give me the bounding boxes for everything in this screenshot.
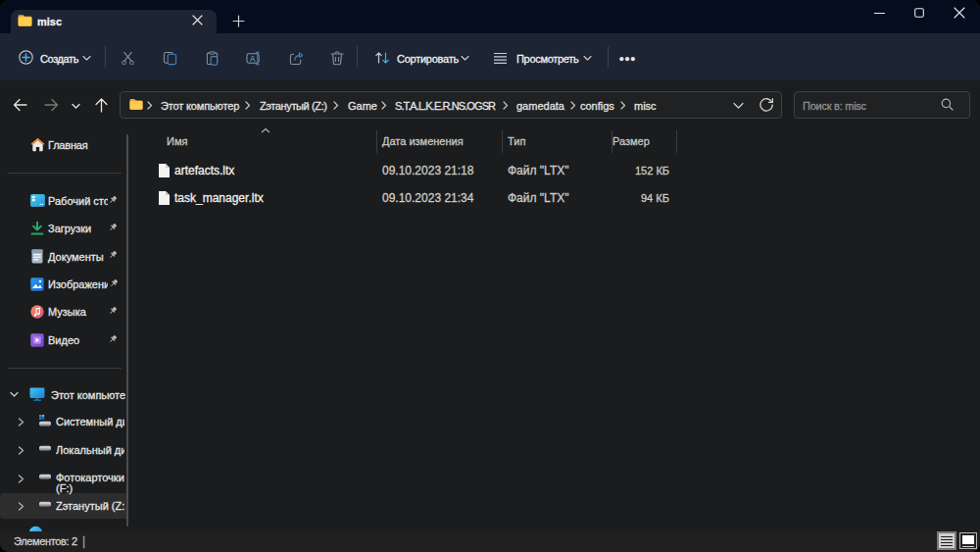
svg-text:A: A	[250, 54, 256, 64]
